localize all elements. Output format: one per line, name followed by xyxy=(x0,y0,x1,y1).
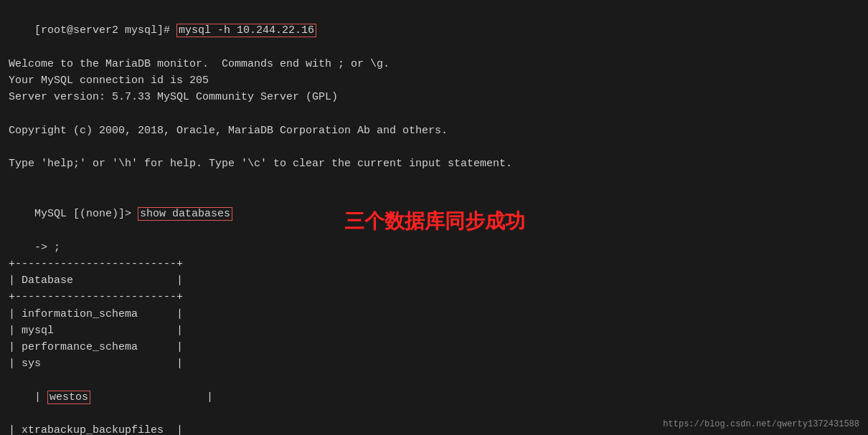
db5-suffix: | xyxy=(90,391,213,403)
welcome-line-2: Your MySQL connection id is 205 xyxy=(9,72,859,89)
url-label: https://blog.csdn.net/qwerty1372431588 xyxy=(663,419,859,429)
copyright-line: Copyright (c) 2000, 2018, Oracle, MariaD… xyxy=(9,123,859,139)
table-header-line: | Database | xyxy=(9,272,859,289)
show-databases-cmd: show databases xyxy=(138,207,232,221)
db-row-5: | westos | xyxy=(9,373,859,423)
annotation-label: 三个数据库同步成功 xyxy=(344,208,525,235)
mysql-prompt-1: MySQL [(none)]> xyxy=(34,208,138,220)
db-row-3: | performance_schema | xyxy=(9,339,859,355)
welcome-line-3: Server version: 5.7.33 MySQL Community S… xyxy=(9,89,859,105)
command-line-1: [root@server2 mysql]# mysql -h 10.244.22… xyxy=(9,6,859,56)
db-row-1: | information_schema | xyxy=(9,306,859,322)
db5-prefix: | xyxy=(34,391,47,403)
empty-line-3 xyxy=(9,173,859,189)
empty-line-2 xyxy=(9,139,859,156)
db-row-2: | mysql | xyxy=(9,322,859,339)
empty-line-1 xyxy=(9,106,859,123)
welcome-line-1: Welcome to the MariaDB monitor. Commands… xyxy=(9,56,859,72)
terminal-window: [root@server2 mysql]# mysql -h 10.244.22… xyxy=(0,0,868,435)
db-row-4: | sys | xyxy=(9,355,859,372)
table-top-line: +-------------------------+ xyxy=(9,256,859,272)
table-sep-line: +-------------------------+ xyxy=(9,289,859,305)
prompt-1: [root@server2 mysql]# xyxy=(34,24,176,37)
continuation-line: -> ; xyxy=(9,239,859,256)
mysql-command-highlighted: mysql -h 10.244.22.16 xyxy=(176,24,316,37)
westos-highlighted: westos xyxy=(47,391,90,404)
help-line: Type 'help;' or '\h' for help. Type '\c'… xyxy=(9,156,859,172)
